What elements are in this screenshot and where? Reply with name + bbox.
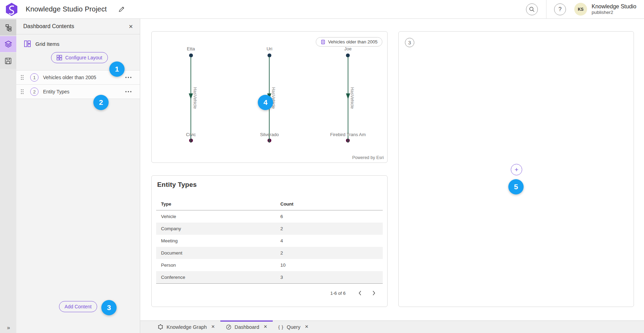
entity-table: Type Count Vehicle 6 Company 2 — [156, 198, 383, 284]
tab-query[interactable]: { } Query × — [273, 321, 314, 333]
save-icon — [5, 57, 12, 65]
cell-type: Conference — [156, 275, 280, 280]
cell-type: Meeting — [156, 238, 280, 243]
table-pagination: 1-6 of 6 — [152, 284, 387, 298]
annotation-badge-2: 2 — [93, 95, 109, 110]
pencil-icon — [118, 6, 125, 13]
panel-header: Dashboard Contents × — [16, 19, 140, 34]
expand-rail-button[interactable]: » — [0, 325, 16, 331]
cell-count: 10 — [280, 263, 383, 268]
layout-grid-icon — [57, 55, 62, 60]
add-content-label: Add Content — [65, 304, 92, 309]
close-tab-button[interactable]: × — [304, 324, 308, 330]
item-label: Vehicles older than 2005 — [43, 75, 96, 80]
tab-label: Dashboard — [235, 324, 259, 330]
cell-type: Document — [156, 250, 280, 256]
annotation-badge-5: 5 — [508, 179, 524, 194]
left-icon-rail: » — [0, 19, 16, 333]
ellipsis-icon — [125, 91, 132, 92]
target-node-label: Firebird Trans Am — [309, 132, 387, 137]
close-panel-button[interactable]: × — [129, 23, 133, 30]
cell-type: Vehicle — [156, 214, 280, 219]
user-info[interactable]: Knowledge Studio publisher2 — [592, 3, 636, 15]
drag-handle[interactable] — [20, 89, 24, 94]
knowledge-graph-icon — [158, 324, 163, 330]
panel-title: Dashboard Contents — [23, 23, 74, 30]
cell-type: Person — [156, 263, 280, 268]
user-name: Knowledge Studio — [592, 3, 636, 10]
table-row[interactable]: Document 2 — [156, 247, 383, 259]
configure-layout-button[interactable]: Configure Layout — [51, 52, 108, 63]
rail-item-dashboard-layers[interactable] — [0, 36, 16, 52]
drag-handle[interactable] — [20, 75, 24, 80]
annotation-badge-3: 3 — [101, 300, 117, 315]
target-node-label: Civic — [152, 132, 230, 137]
edge-relationship-label: HasVehicle — [350, 87, 355, 109]
pagination-range: 1-6 of 6 — [330, 291, 346, 296]
item-number-badge: 2 — [30, 88, 39, 96]
avatar[interactable]: KS — [574, 3, 587, 16]
annotation-badge-1: 1 — [109, 61, 125, 77]
item-options-button[interactable] — [124, 90, 133, 94]
cell-count: 6 — [280, 214, 383, 219]
grid-item-row[interactable]: 2 Entity Types — [16, 85, 140, 99]
tab-label: Query — [287, 324, 300, 330]
plus-icon: + — [515, 166, 518, 173]
add-widget-button[interactable]: + — [511, 164, 522, 175]
target-node-label: Silverado — [230, 132, 308, 137]
source-node-label: Joe — [309, 46, 387, 51]
add-content-button[interactable]: Add Content — [59, 301, 97, 312]
header-divider — [546, 0, 546, 19]
close-tab-button[interactable]: × — [210, 324, 215, 330]
tab-knowledge-graph[interactable]: Knowledge Graph × — [152, 321, 220, 333]
document-tab-bar: Knowledge Graph × Dashboard × { } Query … — [140, 320, 644, 333]
column-header-count: Count — [280, 201, 383, 207]
grid-items-label: Grid Items — [35, 41, 59, 47]
item-label: Entity Types — [43, 89, 69, 94]
edge-line — [348, 57, 348, 143]
ellipsis-icon — [125, 77, 132, 78]
annotation-badge-4: 4 — [258, 95, 273, 110]
chevron-right-icon — [372, 291, 375, 295]
layer-chip[interactable]: Vehicles older than 2005 — [316, 37, 382, 47]
rail-item-knowledge-graph[interactable] — [0, 19, 16, 35]
layers-icon — [5, 40, 12, 48]
edit-title-button[interactable] — [118, 6, 125, 13]
table-row[interactable]: Meeting 4 — [156, 235, 383, 247]
graph-edge[interactable]: Joe HasVehicle Firebird Trans Am — [309, 46, 387, 147]
close-tab-button[interactable]: × — [262, 324, 267, 330]
dashboard-gauge-icon — [226, 324, 231, 330]
configure-layout-label: Configure Layout — [65, 55, 102, 60]
slot-number-badge: 3 — [405, 38, 414, 47]
braces-icon: { } — [278, 324, 283, 330]
user-role: publisher2 — [592, 10, 636, 15]
table-row[interactable]: Conference 3 — [156, 271, 383, 283]
table-title: Entity Types — [152, 176, 387, 189]
search-button[interactable] — [526, 3, 538, 15]
table-row[interactable]: Vehicle 6 — [156, 210, 383, 223]
grid-items-section-header: Grid Items — [16, 34, 140, 51]
tab-dashboard[interactable]: Dashboard × — [220, 321, 273, 333]
dashboard-canvas: Vehicles older than 2005 Etta HasVehicle… — [140, 19, 644, 320]
question-mark-icon: ? — [559, 6, 562, 13]
table-row[interactable]: Person 10 — [156, 259, 383, 271]
previous-page-button[interactable] — [355, 289, 364, 298]
next-page-button[interactable] — [369, 289, 378, 298]
item-options-button[interactable] — [124, 75, 133, 80]
report-icon — [321, 40, 325, 44]
rail-item-save[interactable] — [0, 53, 16, 69]
header-actions: ? KS Knowledge Studio publisher2 — [526, 0, 636, 19]
table-row[interactable]: Company 2 — [156, 223, 383, 235]
item-number-badge: 1 — [30, 73, 39, 82]
cell-count: 2 — [280, 250, 383, 256]
edge-line — [190, 57, 191, 143]
empty-grid-slot-card[interactable]: 3 + — [398, 31, 634, 307]
entity-types-card[interactable]: Entity Types Type Count Vehicle 6 Compan… — [151, 175, 388, 307]
cell-count: 2 — [280, 226, 383, 231]
column-header-type: Type — [156, 201, 280, 207]
graph-edge[interactable]: Etta HasVehicle Civic — [152, 46, 230, 147]
grid-layout-icon — [24, 40, 31, 47]
app-header: Knowledge Studio Project ? KS Knowledge … — [0, 0, 644, 19]
help-button[interactable]: ? — [554, 3, 566, 15]
page-title: Knowledge Studio Project — [26, 5, 107, 13]
